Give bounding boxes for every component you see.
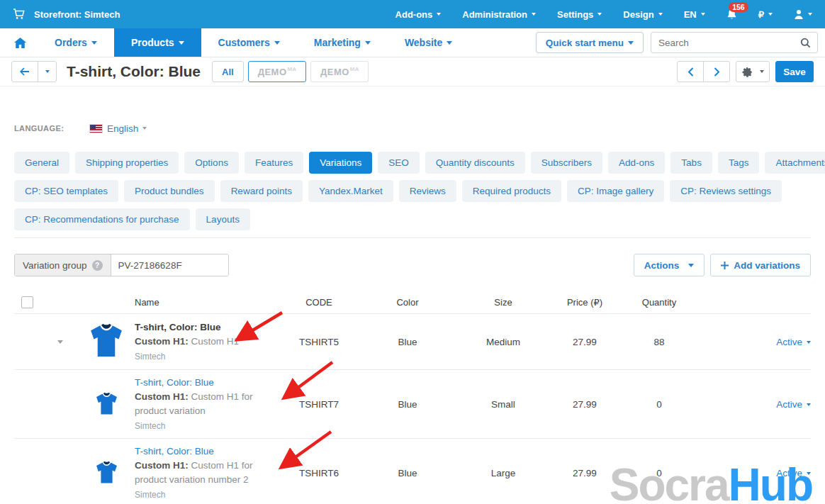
search-input[interactable] — [651, 38, 793, 48]
variation-code: TSHIRT5 — [287, 337, 351, 347]
chevron-down-icon — [760, 70, 764, 73]
nav-website[interactable]: Website — [388, 28, 469, 57]
search-button[interactable] — [793, 33, 817, 52]
tab-cp-seo-templates[interactable]: CP: SEO templates — [14, 180, 118, 202]
chevron-down-icon — [808, 13, 812, 16]
variation-name-link[interactable]: T-shirt, Color: Blue — [135, 444, 287, 459]
menu-settings[interactable]: Settings — [557, 9, 602, 20]
column-header-price: Price (₽) — [542, 297, 627, 308]
add-variations-button[interactable]: Add variations — [710, 254, 811, 276]
tab-reviews[interactable]: Reviews — [399, 180, 456, 202]
admin-topbar: Storefront: Simtech Add-ons Administrati… — [0, 0, 825, 28]
previous-product-button[interactable] — [677, 61, 704, 82]
storefront-tab-demo-2[interactable]: ДЕМОМА — [310, 61, 369, 82]
language-label: LANGUAGE: — [14, 124, 90, 133]
variation-group-field: Variation group ? — [14, 254, 229, 276]
tab-features[interactable]: Features — [245, 152, 303, 174]
tab-layouts[interactable]: Layouts — [196, 208, 250, 230]
status-dropdown[interactable]: Active — [776, 468, 811, 478]
tab-required-products[interactable]: Required products — [462, 180, 561, 202]
tab-attachments[interactable]: Attachments — [765, 152, 825, 174]
chevron-down-icon — [597, 13, 602, 16]
currency-menu[interactable]: ₽ — [758, 9, 773, 20]
tab-tags[interactable]: Tags — [718, 152, 760, 174]
tab-add-ons[interactable]: Add-ons — [608, 152, 665, 174]
storefront-switcher[interactable]: Storefront: Simtech — [13, 9, 120, 20]
expand-row-icon[interactable] — [57, 340, 63, 344]
next-product-button[interactable] — [703, 61, 730, 82]
storefront-filter-tabs: All ДЕМОМА ДЕМОМА — [212, 61, 369, 82]
tab-options[interactable]: Options — [184, 152, 239, 174]
prev-next-group — [677, 61, 730, 82]
tab-reward-points[interactable]: Reward points — [220, 180, 303, 202]
variation-quantity: 0 — [627, 399, 691, 410]
chevron-down-icon — [179, 41, 184, 45]
variation-name-link[interactable]: T-shirt, Color: Blue — [135, 376, 287, 390]
storefront-tab-demo-1[interactable]: ДЕМОМА — [248, 61, 306, 82]
company-name: Simtech — [135, 349, 287, 364]
custom-h1-label: Custom H1: — [135, 336, 189, 347]
chevron-down-icon — [628, 41, 634, 45]
page-header: T-shirt, Color: Blue All ДЕМОМА ДЕМОМА S… — [0, 57, 825, 86]
back-dropdown-button[interactable] — [38, 61, 57, 82]
nav-orders[interactable]: Orders — [38, 28, 114, 57]
menu-administration[interactable]: Administration — [462, 9, 536, 20]
chevron-down-icon — [437, 13, 441, 16]
tab-cp-recommendations[interactable]: CP: Recommendations for purchase — [14, 208, 190, 230]
back-button[interactable] — [11, 61, 38, 82]
variations-toolbar: Variation group ? Actions Add variations — [14, 254, 811, 276]
company-name: Simtech — [135, 488, 287, 502]
tab-tabs[interactable]: Tabs — [670, 152, 712, 174]
search-icon — [800, 38, 811, 48]
settings-dropdown-button[interactable] — [736, 61, 770, 82]
chevron-down-icon — [807, 403, 811, 406]
notifications-button[interactable]: 156 — [726, 9, 737, 20]
product-thumbnail[interactable] — [78, 459, 135, 487]
column-header-size: Size — [464, 297, 542, 308]
tab-general[interactable]: General — [14, 152, 69, 174]
menu-design[interactable]: Design — [623, 9, 662, 20]
status-dropdown[interactable]: Active — [776, 337, 811, 347]
tab-variations[interactable]: Variations — [309, 152, 372, 174]
product-thumbnail[interactable] — [78, 321, 135, 362]
language-selector[interactable]: English — [107, 123, 147, 134]
actions-button[interactable]: Actions — [634, 254, 705, 276]
table-row: T-shirt, Color: Blue Custom H1: Custom H… — [14, 439, 811, 504]
quick-start-menu-button[interactable]: Quick start menu — [536, 32, 644, 53]
status-dropdown[interactable]: Active — [776, 399, 811, 410]
menu-language-en[interactable]: EN — [684, 9, 705, 20]
select-all-checkbox[interactable] — [21, 296, 33, 308]
tab-yandex-market[interactable]: Yandex.Market — [308, 180, 393, 202]
chevron-down-icon — [45, 70, 50, 73]
variations-table: Name CODE Color Size Price (₽) Quantity … — [14, 291, 811, 504]
tab-cp-image-gallery[interactable]: CP: Image gallery — [567, 180, 664, 202]
storefront-tab-all[interactable]: All — [212, 61, 244, 82]
variation-color: Blue — [351, 468, 464, 478]
home-button[interactable] — [0, 28, 38, 57]
nav-marketing[interactable]: Marketing — [297, 28, 388, 57]
section-divider — [14, 237, 811, 238]
tab-product-bundles[interactable]: Product bundles — [124, 180, 215, 202]
chevron-down-icon — [701, 13, 705, 16]
tab-subscribers[interactable]: Subscribers — [531, 152, 602, 174]
tab-quantity-discounts[interactable]: Quantity discounts — [425, 152, 525, 174]
page-title: T-shirt, Color: Blue — [67, 63, 201, 80]
variation-size: Medium — [464, 337, 542, 347]
tab-shipping-properties[interactable]: Shipping properties — [75, 152, 179, 174]
menu-add-ons[interactable]: Add-ons — [395, 9, 442, 20]
save-button[interactable]: Save — [775, 61, 814, 82]
variation-group-input[interactable] — [111, 254, 228, 276]
tab-seo[interactable]: SEO — [378, 152, 420, 174]
chevron-down-icon — [91, 41, 97, 45]
product-thumbnail[interactable] — [78, 391, 135, 418]
variation-quantity: 88 — [627, 337, 691, 347]
help-icon[interactable]: ? — [92, 260, 103, 271]
back-button-group — [11, 61, 57, 82]
plus-icon — [721, 262, 729, 269]
tab-cp-reviews-settings[interactable]: CP: Reviews settings — [670, 180, 782, 202]
gear-icon — [742, 67, 753, 77]
nav-customers[interactable]: Customers — [201, 28, 297, 57]
chevron-down-icon — [807, 472, 811, 475]
nav-products[interactable]: Products — [114, 28, 201, 57]
user-menu[interactable] — [794, 9, 812, 20]
